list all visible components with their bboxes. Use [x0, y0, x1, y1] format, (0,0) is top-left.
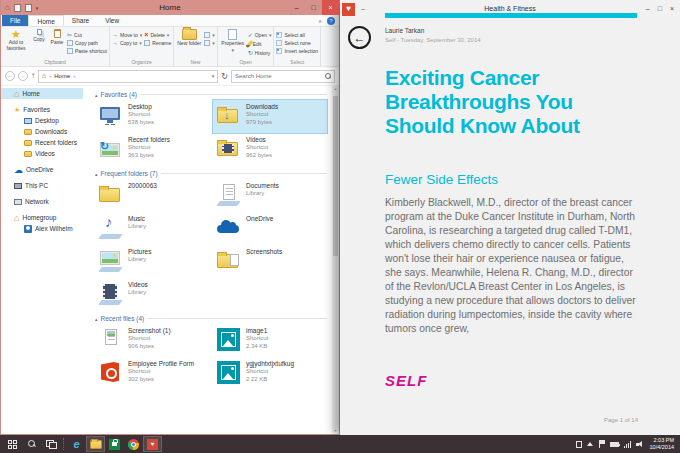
cut-button[interactable]: ✂ Cut: [67, 32, 107, 38]
explorer-titlebar[interactable]: ⌂ ▾ Home – □ ×: [1, 0, 339, 15]
sidebar-item-home[interactable]: ⌂ Home: [1, 88, 83, 99]
help-icon[interactable]: ?: [327, 17, 335, 25]
edit-button[interactable]: Edit: [248, 40, 272, 48]
taskbar-chrome-button[interactable]: [124, 436, 143, 452]
back-button[interactable]: ←: [5, 71, 15, 81]
rename-button[interactable]: Rename: [144, 40, 171, 46]
file-item-screenshot-1[interactable]: Screenshot (1) Shortcut 906 bytes: [95, 324, 209, 357]
new-item-button[interactable]: ▾: [204, 32, 215, 38]
file-item-ygjydhtxtjxtufkug[interactable]: ygjydhtxtjxtufkug Shortcut 2.22 KB: [213, 357, 327, 390]
up-button[interactable]: ↑: [31, 72, 35, 80]
battery-icon[interactable]: [610, 442, 619, 447]
folder-item-videos[interactable]: Videos Library: [95, 278, 209, 311]
task-view-button[interactable]: [41, 436, 60, 452]
file-item-desktop[interactable]: Desktop Shortcut 538 bytes: [95, 100, 209, 133]
new-folder-qat-icon[interactable]: [25, 4, 32, 12]
file-item-employee-profile-form[interactable]: Employee Profile Form Shortcut 302 bytes: [95, 357, 209, 390]
action-center-flag-icon[interactable]: [598, 440, 605, 448]
folder-item-music[interactable]: ♪ Music Library: [95, 212, 209, 245]
select-none-button[interactable]: Select none: [276, 40, 318, 46]
easy-access-button[interactable]: ▾: [204, 40, 215, 46]
network-signal-icon[interactable]: [624, 441, 631, 448]
select-all-button[interactable]: Select all: [276, 32, 318, 38]
home-icon[interactable]: ⌂: [5, 4, 10, 12]
history-button[interactable]: ↻ History: [248, 50, 272, 56]
forward-button[interactable]: →: [18, 71, 28, 81]
section-header-favorites[interactable]: ▴ Favorites (4): [95, 91, 327, 98]
folder-item-onedrive[interactable]: OneDrive: [213, 212, 327, 245]
folder-item-20000063[interactable]: 20000063: [95, 179, 209, 212]
address-dropdown-icon[interactable]: ▾: [212, 73, 215, 79]
file-item-image1[interactable]: image1 Shortcut 2.34 KB: [213, 324, 327, 357]
move-to-button[interactable]: → Move to ▾: [112, 32, 142, 38]
tab-share[interactable]: Share: [64, 15, 97, 26]
sidebar-item-videos[interactable]: Videos: [1, 148, 83, 159]
scrollbar[interactable]: ▴ ▾: [332, 86, 339, 433]
app-menu-dash-icon[interactable]: –: [361, 5, 365, 12]
volume-icon[interactable]: [636, 441, 645, 448]
copy-to-button[interactable]: → Copy to ▾: [112, 40, 142, 46]
close-button[interactable]: ×: [322, 0, 339, 15]
collapse-icon[interactable]: ▴: [95, 92, 98, 98]
open-button[interactable]: ✓ Open ▾: [248, 32, 272, 38]
breadcrumb-location[interactable]: Home: [54, 73, 70, 79]
close-button[interactable]: ×: [670, 5, 674, 12]
add-to-favorites-button[interactable]: ★ Add to favorites: [3, 29, 29, 59]
file-item-videos[interactable]: Videos Shortcut 962 bytes: [213, 133, 327, 166]
breadcrumb[interactable]: ⌂ › Home › ▾: [38, 70, 218, 83]
section-header-recent-files[interactable]: ▴ Recent files (4): [95, 315, 327, 322]
folder-item-pictures[interactable]: Pictures Library: [95, 245, 209, 278]
scroll-up-icon[interactable]: ▴: [332, 86, 339, 91]
maximize-button[interactable]: □: [658, 5, 662, 12]
folder-item-screenshots[interactable]: Screenshots: [213, 245, 327, 278]
start-button[interactable]: [3, 436, 22, 452]
paste-shortcut-button[interactable]: Paste shortcut: [67, 48, 107, 54]
tab-file[interactable]: File: [2, 15, 28, 26]
taskbar-search-button[interactable]: [22, 436, 41, 452]
scrollbar-thumb[interactable]: [333, 96, 338, 256]
tab-view[interactable]: View: [97, 15, 127, 26]
collapse-icon[interactable]: ▴: [95, 171, 98, 177]
maximize-button[interactable]: □: [305, 0, 322, 15]
copy-path-button[interactable]: Copy path: [67, 40, 107, 46]
tray-app-icon[interactable]: [576, 441, 582, 448]
minimize-button[interactable]: –: [646, 5, 650, 12]
sidebar-item-user[interactable]: Alex Wilhelm: [1, 223, 83, 234]
search-box[interactable]: [231, 70, 335, 83]
invert-selection-button[interactable]: Invert selection: [276, 48, 318, 54]
scroll-down-icon[interactable]: ▾: [332, 428, 339, 433]
minimize-ribbon-icon[interactable]: ∧: [318, 18, 322, 24]
paste-button[interactable]: Paste: [49, 29, 65, 59]
folder-item-documents[interactable]: Documents Library: [213, 179, 327, 212]
back-button[interactable]: ←: [348, 26, 371, 49]
sidebar-item-recent-folders[interactable]: Recent folders: [1, 137, 83, 148]
delete-button[interactable]: × Delete ▾: [144, 32, 171, 38]
desktop-screen: ⌂ ▾ Home – □ × File Home Share View ∧ ?: [0, 0, 680, 453]
new-folder-button[interactable]: New folder: [176, 29, 202, 59]
sidebar-item-onedrive[interactable]: ☁ OneDrive: [1, 164, 83, 175]
taskbar-ie-button[interactable]: e: [67, 436, 86, 452]
taskbar-health-fitness-button[interactable]: ♥: [143, 436, 162, 452]
properties-qat-icon[interactable]: [14, 4, 21, 12]
file-item-downloads[interactable]: ↓ Downloads Shortcut 979 bytes: [213, 100, 327, 133]
taskbar-store-button[interactable]: [105, 436, 124, 452]
taskbar-file-explorer-button[interactable]: [86, 436, 105, 452]
collapse-icon[interactable]: ▴: [95, 316, 98, 322]
taskbar-clock[interactable]: 2:03 PM 10/4/2014: [650, 437, 674, 452]
section-header-frequent-folders[interactable]: ▴ Frequent folders (7): [95, 170, 327, 177]
refresh-icon[interactable]: ↻: [221, 72, 228, 81]
sidebar-item-downloads[interactable]: Downloads: [1, 126, 83, 137]
copy-button[interactable]: Copy: [31, 29, 47, 59]
sidebar-item-this-pc[interactable]: This PC: [1, 180, 83, 191]
sidebar-item-network[interactable]: Network: [1, 196, 83, 207]
tab-home[interactable]: Home: [28, 15, 63, 26]
qat-dropdown-icon[interactable]: ▾: [36, 4, 39, 12]
search-input[interactable]: [235, 73, 323, 79]
sidebar-item-homegroup[interactable]: ⌂ Homegroup: [1, 212, 83, 223]
sidebar-item-favorites[interactable]: ★ Favorites: [1, 104, 83, 115]
show-hidden-icons-icon[interactable]: [587, 442, 593, 446]
minimize-button[interactable]: –: [288, 0, 305, 15]
sidebar-item-desktop[interactable]: Desktop: [1, 115, 83, 126]
file-item-recent-folders[interactable]: ↻ Recent folders Shortcut 363 bytes: [95, 133, 209, 166]
properties-button[interactable]: Properties ▾: [220, 29, 246, 59]
